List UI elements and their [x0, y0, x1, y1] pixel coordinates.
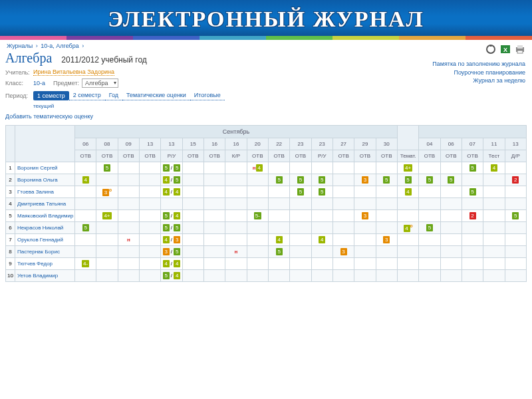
grade-cell[interactable] [118, 222, 139, 234]
grade-cell[interactable] [75, 270, 96, 282]
grade-cell[interactable] [440, 234, 462, 246]
grade-cell[interactable] [203, 258, 225, 270]
date-header[interactable]: 15 [182, 138, 203, 150]
grade-cell[interactable] [483, 222, 505, 234]
breadcrumb[interactable]: Журналы › 10-а, Алгебра › [5, 43, 527, 49]
grade-cell[interactable] [203, 222, 225, 234]
grade-cell[interactable] [397, 258, 418, 270]
grade-cell[interactable]: 3 / 5 [161, 246, 182, 258]
grade-cell[interactable] [354, 234, 376, 246]
grade-cell[interactable] [268, 270, 289, 282]
grade-cell[interactable] [483, 258, 505, 270]
grade-cell[interactable]: 5 / 4 [161, 210, 182, 222]
grade-cell[interactable] [440, 210, 462, 222]
add-thematic-link[interactable]: Добавить тематическую оценку [5, 113, 93, 120]
date-header[interactable]: 30 [376, 138, 397, 150]
grade-cell[interactable] [440, 270, 462, 282]
student-name[interactable]: Уетов Владимир [15, 270, 75, 282]
grade-cell[interactable] [247, 222, 268, 234]
grade-cell[interactable]: 4 / 4 [161, 186, 182, 198]
date-header[interactable]: 23 [290, 138, 311, 150]
grade-cell[interactable] [332, 270, 354, 282]
grade-cell[interactable] [332, 258, 354, 270]
student-name[interactable]: Тютчев Федор [15, 258, 75, 270]
period-tab[interactable]: 2 семестр [69, 90, 105, 100]
grade-cell[interactable] [118, 162, 139, 174]
grade-cell[interactable] [462, 174, 483, 186]
grade-cell[interactable] [505, 270, 526, 282]
grade-cell[interactable] [247, 198, 268, 210]
grade-cell[interactable] [96, 258, 118, 270]
grade-cell[interactable] [354, 222, 376, 234]
grade-cell[interactable]: 3о [96, 186, 118, 198]
grade-cell[interactable] [96, 222, 118, 234]
grade-cell[interactable] [483, 186, 505, 198]
grade-cell[interactable]: 4 [397, 186, 418, 198]
period-tab[interactable]: Год [105, 90, 122, 100]
grade-cell[interactable] [290, 222, 311, 234]
grade-cell[interactable]: 5 / 5 [161, 222, 182, 234]
grade-cell[interactable] [440, 222, 462, 234]
grade-cell[interactable]: 4- [75, 258, 96, 270]
grade-cell[interactable] [505, 222, 526, 234]
refresh-icon[interactable] [485, 44, 496, 55]
grade-cell[interactable] [483, 234, 505, 246]
grade-cell[interactable] [247, 174, 268, 186]
grade-cell[interactable]: 5 [462, 162, 483, 174]
grade-cell[interactable] [225, 222, 247, 234]
date-header[interactable]: 09 [118, 138, 139, 150]
grade-cell[interactable]: н [225, 246, 247, 258]
grade-cell[interactable] [376, 198, 397, 210]
student-name[interactable]: Дмитриева Татьяна [15, 198, 75, 210]
grade-cell[interactable]: 5 / 4 [161, 270, 182, 282]
grade-cell[interactable] [440, 186, 462, 198]
grade-cell[interactable] [225, 174, 247, 186]
grade-cell[interactable] [419, 162, 440, 174]
date-header[interactable]: 23 [311, 138, 332, 150]
grade-cell[interactable] [247, 186, 268, 198]
grade-cell[interactable] [139, 222, 160, 234]
grade-cell[interactable] [268, 198, 289, 210]
date-header[interactable]: 07 [462, 138, 483, 150]
grade-cell[interactable] [397, 270, 418, 282]
grade-cell[interactable]: 2 [462, 210, 483, 222]
date-header[interactable]: 13 [161, 138, 182, 150]
grade-cell[interactable]: 5 [397, 174, 418, 186]
grade-cell[interactable] [182, 270, 203, 282]
student-name[interactable]: Гтоева Залина [15, 186, 75, 198]
grade-cell[interactable] [118, 270, 139, 282]
grade-cell[interactable] [354, 246, 376, 258]
grade-cell[interactable] [419, 210, 440, 222]
grade-cell[interactable]: 5 [96, 162, 118, 174]
grade-cell[interactable]: 4 / 4 [161, 258, 182, 270]
grade-cell[interactable] [290, 234, 311, 246]
grade-cell[interactable] [203, 174, 225, 186]
grade-cell[interactable] [182, 258, 203, 270]
grade-cell[interactable] [290, 270, 311, 282]
grade-cell[interactable] [419, 246, 440, 258]
grade-cell[interactable] [203, 246, 225, 258]
grade-cell[interactable] [75, 234, 96, 246]
grade-cell[interactable] [354, 162, 376, 174]
grade-cell[interactable] [247, 246, 268, 258]
grade-cell[interactable]: 3 [332, 246, 354, 258]
grade-cell[interactable]: 5 [419, 174, 440, 186]
grade-cell[interactable] [203, 198, 225, 210]
grade-cell[interactable] [354, 270, 376, 282]
grade-cell[interactable] [505, 234, 526, 246]
grade-cell[interactable] [462, 246, 483, 258]
grade-cell[interactable] [247, 258, 268, 270]
excel-icon[interactable]: X [500, 44, 511, 55]
grade-cell[interactable] [332, 234, 354, 246]
date-header[interactable]: 29 [354, 138, 376, 150]
grade-cell[interactable] [290, 198, 311, 210]
grade-cell[interactable] [505, 258, 526, 270]
grade-cell[interactable] [203, 210, 225, 222]
date-header[interactable]: 20 [247, 138, 268, 150]
grade-cell[interactable]: 4 [483, 162, 505, 174]
grade-cell[interactable] [419, 198, 440, 210]
grade-cell[interactable] [332, 198, 354, 210]
grade-cell[interactable]: 4 [311, 234, 332, 246]
date-header[interactable]: 04 [419, 138, 440, 150]
grade-cell[interactable]: 5 [290, 174, 311, 186]
